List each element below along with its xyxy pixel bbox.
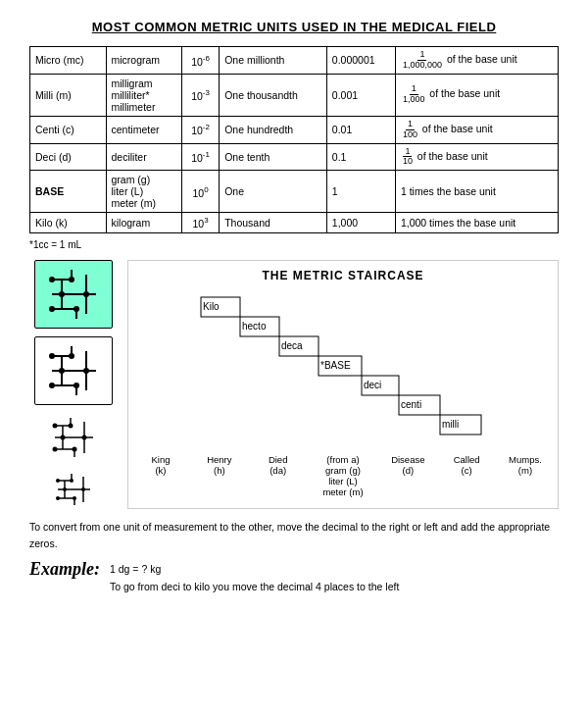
svg-point-48 xyxy=(70,479,74,483)
table-meaning-cell: One xyxy=(220,171,327,213)
table-decimal-cell: 0.000001 xyxy=(326,47,395,75)
svg-point-11 xyxy=(49,277,55,282)
left-icons xyxy=(29,260,118,509)
example-label: Example: xyxy=(29,559,100,580)
table-unit-cell: kilogram xyxy=(106,213,182,233)
staircase-svg: Kilo hecto deca *BASE deci centi milli xyxy=(138,287,548,454)
mnemonic-disease: Disease (d) xyxy=(387,454,428,497)
table-power-cell: 10-2 xyxy=(182,116,220,143)
svg-point-10 xyxy=(74,306,79,312)
svg-point-22 xyxy=(69,353,74,359)
table-power-cell: 10-1 xyxy=(182,143,220,171)
example-content: 1 dg = ? kg To go from deci to kilo you … xyxy=(110,561,399,596)
table-unit-cell: microgram xyxy=(106,47,182,75)
table-decimal-cell: 1,000 xyxy=(326,213,395,233)
example-section: Example: 1 dg = ? kg To go from deci to … xyxy=(29,561,559,596)
svg-point-12 xyxy=(49,306,55,312)
svg-point-47 xyxy=(81,487,85,491)
table-power-cell: 100 xyxy=(182,171,220,213)
example-equation: 1 dg = ? kg xyxy=(110,561,399,579)
mnemonic-henry: Henry (h) xyxy=(199,454,240,497)
svg-text:milli: milli xyxy=(442,419,459,430)
svg-text:hecto: hecto xyxy=(242,321,267,332)
svg-point-7 xyxy=(59,291,65,297)
svg-point-36 xyxy=(72,446,76,451)
mnemonic-died: Died (da) xyxy=(258,454,299,497)
svg-point-9 xyxy=(69,277,74,282)
staircase-title: THE METRIC STAIRCASE xyxy=(138,269,548,282)
table-decimal-cell: 1 xyxy=(326,171,395,213)
table-power-cell: 10-6 xyxy=(182,47,220,75)
mnemonics-row: King (k) Henry (h) Died (da) (from a) gr… xyxy=(138,454,548,497)
page-title: MOST COMMON METRIC UNITS USED IN THE MED… xyxy=(29,20,559,34)
table-meaning-cell: Thousand xyxy=(220,213,327,233)
table-fraction-cell: 1,000 times the base unit xyxy=(395,213,558,233)
table-power-cell: 103 xyxy=(182,213,220,233)
table-prefix-cell: Milli (m) xyxy=(30,74,107,116)
svg-point-23 xyxy=(74,383,79,388)
svg-point-51 xyxy=(56,496,60,500)
table-prefix-cell: Deci (d) xyxy=(30,143,107,171)
mnemonic-king: King (k) xyxy=(140,454,181,497)
bottom-section: THE METRIC STAIRCASE Kilo xyxy=(29,260,559,509)
svg-text:*BASE: *BASE xyxy=(320,360,351,371)
table-meaning-cell: One thousandth xyxy=(220,74,327,116)
table-unit-cell: gram (g) liter (L) meter (m) xyxy=(106,171,182,213)
svg-point-34 xyxy=(81,435,86,439)
circuit-icon-3 xyxy=(44,413,103,462)
svg-point-37 xyxy=(52,423,57,428)
table-fraction-cell: 11,000,000 of the base unit xyxy=(395,47,558,75)
table-meaning-cell: One hundredth xyxy=(220,116,327,143)
mnemonic-mumps: Mumps. (m) xyxy=(505,454,546,497)
svg-point-35 xyxy=(68,423,73,428)
table-power-cell: 10-3 xyxy=(182,74,220,116)
svg-point-8 xyxy=(83,291,89,297)
svg-text:deci: deci xyxy=(364,380,381,390)
note: *1cc = 1 mL xyxy=(29,239,559,250)
svg-point-50 xyxy=(56,479,60,483)
table-decimal-cell: 0.1 xyxy=(326,143,395,171)
table-fraction-cell: 11,000 of the base unit xyxy=(395,74,558,116)
table-fraction-cell: 1100 of the base unit xyxy=(395,116,558,143)
table-unit-cell: centimeter xyxy=(106,116,182,143)
svg-point-20 xyxy=(59,368,65,374)
svg-point-33 xyxy=(60,435,65,439)
table-decimal-cell: 0.01 xyxy=(326,116,395,143)
convert-text: To convert from one unit of measurement … xyxy=(29,519,559,552)
table-meaning-cell: One millionth xyxy=(220,47,327,75)
staircase-section: THE METRIC STAIRCASE Kilo xyxy=(127,260,559,509)
table-prefix-cell: Micro (mc) xyxy=(30,47,107,75)
table-prefix-cell: Kilo (k) xyxy=(30,213,107,233)
svg-point-21 xyxy=(83,368,89,374)
mnemonic-called: Called (c) xyxy=(446,454,487,497)
svg-text:centi: centi xyxy=(401,399,421,410)
table-unit-cell: milligram milliliter* millimeter xyxy=(106,74,182,116)
svg-point-46 xyxy=(63,487,67,491)
table-fraction-cell: 1 times the base unit xyxy=(395,171,558,213)
table-decimal-cell: 0.001 xyxy=(326,74,395,116)
metric-table: Micro (mc)microgram10-6One millionth0.00… xyxy=(29,46,559,233)
table-prefix-cell: BASE xyxy=(30,171,107,213)
mnemonic-base: (from a) gram (g) liter (L) meter (m) xyxy=(316,454,369,497)
circuit-icon-2 xyxy=(34,336,113,405)
circuit-icon-4 xyxy=(49,470,98,509)
svg-text:Kilo: Kilo xyxy=(203,301,220,312)
svg-point-24 xyxy=(49,353,55,359)
staircase-wrapper: Kilo hecto deca *BASE deci centi milli xyxy=(138,287,548,454)
example-explanation: To go from deci to kilo you move the dec… xyxy=(110,579,399,596)
svg-point-25 xyxy=(49,383,55,388)
svg-point-49 xyxy=(73,496,76,500)
table-fraction-cell: 110 of the base unit xyxy=(395,143,558,171)
table-unit-cell: deciliter xyxy=(106,143,182,171)
svg-point-38 xyxy=(52,446,57,451)
svg-text:deca: deca xyxy=(281,340,303,351)
table-meaning-cell: One tenth xyxy=(220,143,327,171)
table-prefix-cell: Centi (c) xyxy=(30,116,107,143)
circuit-icon-1 xyxy=(34,260,113,329)
